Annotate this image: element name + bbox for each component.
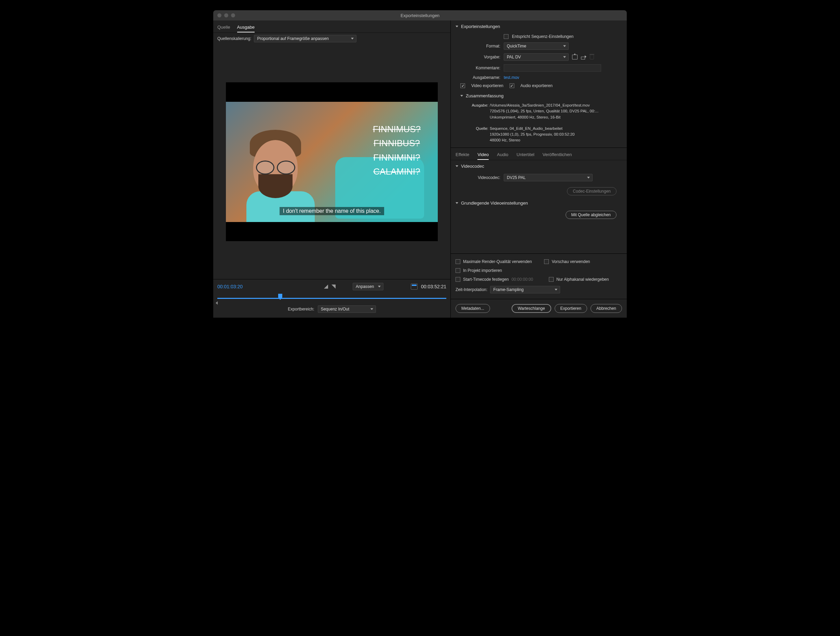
summary-header[interactable]: Zusammenfassung: [451, 90, 627, 102]
alpha-only-label: Nur Alphakanal wiedergeben: [556, 277, 609, 282]
scaling-select[interactable]: Proportional auf Framegröße anpassen: [254, 35, 357, 43]
import-project-label: In Projekt importieren: [463, 268, 502, 273]
overlay-text: FINNIMUS? FINNIBUS? FINNIMINI? CALAMINI?: [373, 122, 421, 179]
import-preset-icon[interactable]: [581, 55, 586, 60]
scroll-left-icon[interactable]: [216, 301, 218, 305]
codec-select[interactable]: DV25 PAL: [504, 174, 592, 181]
interp-label: Zeit-Interpolation:: [456, 287, 487, 292]
format-label: Format:: [464, 44, 500, 49]
save-preset-icon[interactable]: [572, 55, 578, 60]
use-preview-label: Vorschau verwenden: [551, 259, 590, 264]
tab-output[interactable]: Ausgabe: [237, 23, 254, 33]
alpha-only-checkbox[interactable]: [549, 277, 554, 282]
mark-in-icon[interactable]: [324, 285, 328, 289]
window-controls: [217, 13, 235, 17]
match-sequence-checkbox[interactable]: [504, 34, 508, 39]
export-settings-header[interactable]: Exporteinstellungen: [451, 20, 627, 33]
chevron-down-icon: [456, 26, 458, 27]
subtitle: I don't remember the name of this place.: [279, 207, 384, 215]
chevron-down-icon: [456, 165, 458, 167]
start-tc-checkbox[interactable]: [456, 277, 460, 282]
timecode-in[interactable]: 00:01:03:20: [217, 284, 243, 289]
use-preview-checkbox[interactable]: [544, 259, 549, 264]
export-settings-window: Exporteinstellungen Quelle Ausgabe Quell…: [213, 10, 627, 318]
metadata-button[interactable]: Metadaten...: [456, 304, 490, 313]
cancel-button[interactable]: Abbrechen: [591, 304, 622, 313]
fit-select[interactable]: Anpassen: [353, 283, 384, 290]
export-audio-checkbox[interactable]: [510, 83, 514, 88]
crop-icon[interactable]: [411, 283, 418, 290]
export-video-label: Video exportieren: [471, 83, 504, 88]
preview-panel: Quelle Ausgabe Quellenskalierung: Propor…: [213, 20, 451, 318]
format-select[interactable]: QuickTime: [504, 43, 568, 50]
import-project-checkbox[interactable]: [456, 268, 460, 273]
subtab-video[interactable]: Video: [477, 151, 489, 160]
zoom-window[interactable]: [231, 13, 235, 17]
start-tc-value: 00:00:00:00: [512, 277, 533, 282]
preset-label: Vorgabe:: [464, 55, 500, 60]
close-window[interactable]: [217, 13, 221, 17]
subtab-audio[interactable]: Audio: [497, 151, 508, 160]
preview-viewport: FINNIMUS? FINNIBUS? FINNIMINI? CALAMINI?…: [226, 82, 438, 241]
playhead-icon[interactable]: [278, 294, 282, 300]
queue-button[interactable]: Warteschlange: [512, 304, 551, 313]
match-source-button[interactable]: Mit Quelle abgleichen: [565, 211, 616, 219]
outname-label: Ausgabename:: [464, 75, 500, 80]
comments-label: Kommentare:: [464, 66, 500, 70]
footer-buttons: Metadaten... Warteschlange Exportieren A…: [451, 299, 627, 318]
subtab-publish[interactable]: Veröffentlichen: [543, 151, 572, 160]
basic-video-header[interactable]: Grundlegende Videoeinstellungen: [451, 197, 627, 209]
codec-settings-button[interactable]: Codec-Einstellungen: [567, 187, 616, 195]
timecode-out: 00:03:52:21: [421, 284, 446, 289]
titlebar: Exporteinstellungen: [213, 10, 627, 20]
subtab-effects[interactable]: Effekte: [456, 151, 469, 160]
preview-frame: FINNIMUS? FINNIBUS? FINNIMINI? CALAMINI?…: [226, 102, 438, 222]
minimize-window[interactable]: [224, 13, 228, 17]
preset-select[interactable]: PAL DV: [504, 53, 568, 61]
chevron-down-icon: [456, 202, 458, 204]
export-audio-label: Audio exportieren: [521, 83, 553, 88]
range-label: Exportbereich:: [288, 307, 314, 312]
window-title: Exporteinstellungen: [401, 13, 439, 18]
chevron-down-icon: [460, 95, 463, 97]
export-video-checkbox[interactable]: [460, 83, 465, 88]
tab-source[interactable]: Quelle: [217, 23, 231, 33]
mark-out-icon[interactable]: [332, 285, 336, 289]
subtab-captions[interactable]: Untertitel: [517, 151, 534, 160]
timeline[interactable]: [217, 294, 446, 302]
summary-output: Ausgabe:/Volumes/Alessia_3a/Sardinien_20…: [451, 102, 627, 121]
outname-link[interactable]: test.mov: [504, 75, 519, 80]
comments-input[interactable]: [504, 64, 601, 72]
scaling-label: Quellenskalierung:: [217, 36, 251, 41]
codec-header[interactable]: Videocodec: [451, 160, 627, 172]
footer-options: Maximale Render-Qualität verwenden Vorsc…: [451, 253, 627, 299]
start-tc-label: Start-Timecode festlegen: [463, 277, 509, 282]
max-render-label: Maximale Render-Qualität verwenden: [463, 259, 532, 264]
max-render-checkbox[interactable]: [456, 259, 460, 264]
codec-label: Videocodec:: [471, 175, 500, 180]
delete-preset-icon[interactable]: [590, 55, 594, 60]
settings-panel: Exporteinstellungen Entspricht Sequenz-E…: [451, 20, 627, 318]
interp-select[interactable]: Frame-Sampling: [490, 286, 560, 293]
summary-source: Quelle:Sequence, 04_Edit_EN_Audio_bearbe…: [451, 125, 627, 145]
transport-bar: 00:01:03:20 Anpassen 00:03:52:21 Ex: [213, 279, 450, 318]
range-select[interactable]: Sequenz In/Out: [318, 305, 376, 313]
match-sequence-label: Entspricht Sequenz-Einstellungen: [512, 34, 573, 39]
export-button[interactable]: Exportieren: [555, 304, 587, 313]
